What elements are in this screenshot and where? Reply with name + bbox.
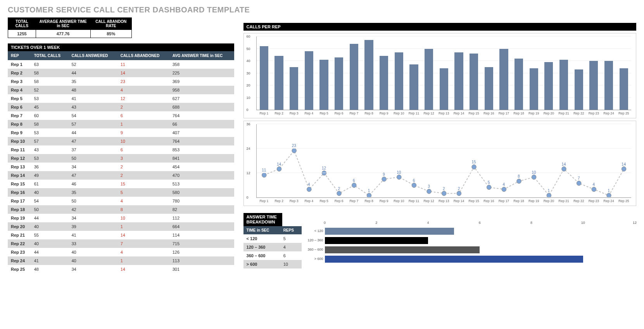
bar [275, 56, 283, 110]
cell-rep: Rep 11 [8, 145, 31, 154]
cell-rep: Rep 18 [8, 205, 31, 214]
cell-avg: 853 [169, 145, 234, 154]
tickets-col-1: TOTAL CALLS [31, 51, 69, 60]
cell-avg: 407 [169, 128, 234, 137]
cell-aband: 8 [117, 205, 169, 214]
cell-rep: Rep 24 [8, 256, 31, 265]
table-row: Rep 645432688 [8, 103, 234, 111]
cell-rep: Rep 15 [8, 180, 31, 188]
cell-total: 44 [31, 214, 69, 222]
svg-point-11 [426, 189, 431, 194]
table-row: Rep 452484958 [8, 86, 234, 94]
cell-ans: 34 [68, 163, 117, 171]
cell-rep: Rep 20 [8, 222, 31, 231]
svg-point-22 [592, 187, 596, 192]
bar [530, 68, 538, 110]
cell-ans: 44 [68, 128, 117, 137]
hbar [325, 246, 480, 253]
svg-point-10 [412, 183, 416, 188]
bar [409, 64, 418, 110]
svg-point-1 [277, 167, 281, 171]
table-row: Rep 2040391664 [8, 222, 234, 231]
svg-point-16 [502, 187, 506, 192]
page-title: CUSTOMER SERVICE CALL CENTER DASHBOARD T… [8, 5, 636, 14]
cell-rep: Rep 16 [8, 188, 31, 197]
cell-ans: 33 [68, 239, 117, 248]
cell-ans: 47 [68, 137, 117, 145]
cell-rep: Rep 21 [8, 231, 31, 239]
svg-point-5 [337, 191, 341, 196]
cell-aband: 2 [117, 103, 169, 111]
cell-rep: Rep 19 [8, 214, 31, 222]
cell-avg: 225 [169, 69, 234, 77]
cell-aband: 9 [117, 128, 169, 137]
bar [499, 49, 508, 110]
svg-point-0 [262, 173, 266, 177]
cell-aband: 14 [117, 69, 169, 77]
cell-total: 55 [31, 231, 69, 239]
cell-ans: 50 [68, 154, 117, 163]
bar [380, 56, 388, 110]
table-row: Rep 21554114114 [8, 231, 234, 239]
svg-point-2 [292, 148, 296, 153]
cell-aband: 1 [117, 222, 169, 231]
cell-avg: 454 [169, 163, 234, 171]
cell-aband: 12 [117, 94, 169, 103]
cell-aband: 23 [117, 77, 169, 86]
tickets-col-0: REP [8, 51, 31, 60]
svg-point-13 [457, 191, 461, 196]
svg-point-21 [577, 181, 581, 185]
cell-total: 60 [31, 111, 69, 120]
cell-rep: Rep 13 [8, 163, 31, 171]
kpi-summary-table: TOTAL CALLS AVERAGE ANSWER TIME in SEC C… [8, 17, 132, 38]
cell-ans: 43 [68, 103, 117, 111]
cell-total: 58 [31, 120, 69, 128]
bar [515, 59, 523, 110]
svg-point-18 [532, 175, 536, 180]
cell-avg: 958 [169, 86, 234, 94]
cell-ans: 40 [68, 256, 117, 265]
table-row: Rep 2584414225 [8, 69, 234, 77]
svg-point-12 [442, 191, 446, 196]
cell-total: 45 [31, 103, 69, 111]
table-row: Rep 19443410112 [8, 214, 234, 222]
cell-aband: 7 [117, 239, 169, 248]
bar [335, 57, 343, 110]
cell-total: 53 [31, 154, 69, 163]
cell-ans: 34 [68, 265, 117, 274]
bar [440, 68, 448, 110]
bar [620, 68, 628, 110]
cell-ans: 35 [68, 77, 117, 86]
cell-ans: 57 [68, 120, 117, 128]
table-row: Rep 3583523369 [8, 77, 234, 86]
cell-aband: 10 [117, 214, 169, 222]
cell-avg: 126 [169, 248, 234, 256]
kpi-abandon-value: 85% [90, 30, 131, 38]
kpi-total-calls-value: 1255 [8, 30, 36, 38]
tickets-col-4: AVG ANSWER TIME in SEC [169, 51, 234, 60]
table-row: Rep 953449407 [8, 128, 234, 137]
calls-per-rep-header: CALLS PER REP [243, 23, 636, 31]
svg-point-3 [307, 187, 311, 192]
breakdown-col-reps: REPS [280, 226, 302, 234]
cell-ans: 37 [68, 145, 117, 154]
bar [559, 60, 568, 110]
cell-ans: 48 [68, 86, 117, 94]
cell-ans: 50 [68, 197, 117, 205]
cell-aband: 6 [117, 111, 169, 120]
cell-ans: 41 [68, 231, 117, 239]
cell-avg: 369 [169, 77, 234, 86]
table-row: Rep 2344404126 [8, 248, 234, 256]
bucket-label: < 120 [243, 234, 280, 243]
table-row: Rep 1143376853 [8, 145, 234, 154]
cell-rep: Rep 10 [8, 137, 31, 145]
cell-aband: 14 [117, 231, 169, 239]
table-row: < 1205 [243, 234, 302, 243]
cell-aband: 14 [117, 265, 169, 274]
answer-time-breakdown-header: ANSWER TIME BREAKDOWN [243, 213, 282, 226]
cell-total: 53 [31, 128, 69, 137]
cell-avg: 688 [169, 103, 234, 111]
breakdown-table: TIME in SEC REPS < 1205120 – 3604360 – 6… [243, 226, 302, 268]
cell-ans: 54 [68, 111, 117, 120]
cell-avg: 513 [169, 180, 234, 188]
